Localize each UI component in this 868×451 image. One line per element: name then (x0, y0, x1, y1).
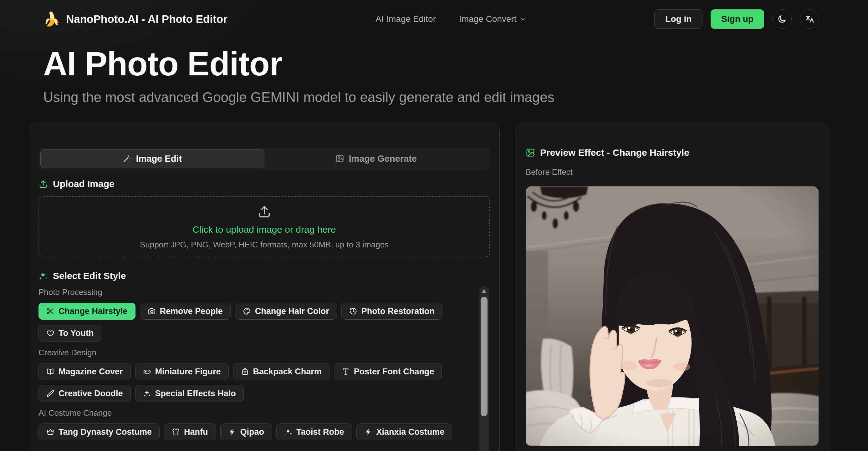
hero-section: AI Photo Editor Using the most advanced … (0, 38, 868, 105)
style-chip-label: Change Hair Color (255, 307, 329, 316)
nav-link-label: Image Convert (459, 14, 517, 24)
style-group-label-ai-costume-change: AI Costume Change (38, 408, 464, 418)
sparkles-icon (284, 428, 292, 436)
style-chip-label: Xianxia Costume (376, 427, 445, 437)
style-chip-label: Poster Font Change (354, 367, 434, 377)
style-chip-special-effects-halo[interactable]: Special Effects Halo (135, 385, 244, 402)
style-chip-label: Tang Dynasty Costume (59, 427, 152, 437)
style-chip-qipao[interactable]: Qipao (220, 423, 272, 440)
style-chip-label: Creative Doodle (59, 389, 123, 398)
image-icon (335, 154, 344, 163)
style-chip-label: Magazine Cover (59, 367, 123, 377)
zap-icon (364, 428, 372, 436)
scrollbar-up-arrow-icon[interactable] (482, 289, 487, 293)
gamepad-icon (143, 367, 151, 376)
main-content: Image Edit Image Generate Upload Image C… (29, 123, 868, 451)
tab-label: Image Generate (348, 154, 417, 164)
style-chip-remove-people[interactable]: Remove People (140, 303, 230, 320)
image-icon (526, 148, 535, 157)
tab-label: Image Edit (136, 154, 182, 164)
languages-icon (805, 14, 814, 24)
style-chip-change-hairstyle[interactable]: Change Hairstyle (38, 303, 135, 320)
palette-icon (243, 307, 251, 315)
theme-toggle-button[interactable] (772, 9, 792, 29)
style-chip-label: Qipao (240, 427, 265, 437)
page-subtitle: Using the most advanced Google GEMINI mo… (43, 90, 868, 105)
style-chip-xianxia-costume[interactable]: Xianxia Costume (356, 423, 453, 440)
style-group-label-creative-design: Creative Design (38, 348, 464, 357)
page-title: AI Photo Editor (43, 46, 868, 81)
type-icon (342, 367, 350, 376)
nav-link-image-convert[interactable]: Image Convert (459, 14, 526, 24)
top-navigation-bar: 🍌 NanoPhoto.AI - AI Photo Editor AI Imag… (0, 0, 868, 38)
upload-heading: Upload Image (53, 179, 115, 189)
preview-header: Preview Effect - Change Hairstyle (526, 147, 818, 158)
style-chip-label: Miniature Figure (155, 367, 221, 377)
sparkles-icon (38, 271, 48, 281)
sparkles-icon (143, 389, 151, 397)
pencil-icon (46, 389, 55, 397)
style-chip-row: Magazine Cover Miniature Figure Backpack… (38, 363, 464, 402)
style-chip-miniature-figure[interactable]: Miniature Figure (135, 363, 229, 380)
style-chip-backpack-charm[interactable]: Backpack Charm (233, 363, 330, 380)
scrollbar-thumb[interactable] (480, 297, 488, 416)
tab-image-edit[interactable]: Image Edit (40, 149, 265, 168)
style-chip-poster-font-change[interactable]: Poster Font Change (334, 363, 442, 380)
shirt-icon (172, 428, 180, 436)
style-chip-creative-doodle[interactable]: Creative Doodle (38, 385, 131, 402)
style-chip-change-hair-color[interactable]: Change Hair Color (235, 303, 337, 320)
before-effect-label: Before Effect (526, 167, 818, 177)
style-chip-to-youth[interactable]: To Youth (38, 325, 101, 342)
brand-name: NanoPhoto.AI - AI Photo Editor (66, 13, 227, 25)
moon-icon (777, 14, 787, 24)
upload-hint: Support JPG, PNG, WebP, HEIC formats, ma… (140, 240, 389, 250)
style-chip-label: Remove People (160, 307, 223, 316)
style-groups: Photo Processing Change Hairstyle Remove… (38, 287, 490, 440)
style-group-label-photo-processing: Photo Processing (38, 287, 464, 297)
mode-tabs: Image Edit Image Generate (38, 147, 490, 170)
heart-icon (46, 329, 55, 337)
wand-sparkles-icon (123, 154, 131, 163)
editor-panel: Image Edit Image Generate Upload Image C… (29, 123, 500, 451)
style-chip-label: Special Effects Halo (155, 389, 236, 398)
styles-scrollbar[interactable] (479, 286, 489, 451)
scissors-icon (46, 307, 55, 315)
style-chip-label: To Youth (59, 328, 94, 338)
upload-icon (257, 204, 272, 219)
style-chip-taoist-robe[interactable]: Taoist Robe (276, 423, 352, 440)
style-chip-label: Change Hairstyle (59, 307, 128, 316)
history-icon (349, 307, 357, 315)
chevron-down-icon (520, 16, 526, 22)
style-chip-tang-dynasty-costume[interactable]: Tang Dynasty Costume (38, 423, 160, 440)
language-button[interactable] (800, 9, 819, 29)
style-chip-label: Taoist Robe (296, 427, 344, 437)
preview-panel: Preview Effect - Change Hairstyle Before… (515, 123, 829, 451)
style-chip-hanfu[interactable]: Hanfu (164, 423, 216, 440)
upload-dropzone[interactable]: Click to upload image or drag here Suppo… (38, 196, 490, 257)
style-chip-magazine-cover[interactable]: Magazine Cover (38, 363, 131, 380)
style-chip-photo-restoration[interactable]: Photo Restoration (341, 303, 442, 320)
sign-up-button[interactable]: Sign up (711, 9, 764, 29)
style-chip-row: Tang Dynasty Costume Hanfu Qipao Taoist … (38, 423, 464, 440)
before-effect-photo (526, 186, 818, 446)
crown-icon (46, 428, 55, 436)
preview-heading: Preview Effect - Change Hairstyle (540, 147, 689, 158)
brand[interactable]: 🍌 NanoPhoto.AI - AI Photo Editor (43, 12, 227, 26)
select-style-header: Select Edit Style (38, 270, 490, 281)
banana-logo-icon: 🍌 (43, 12, 60, 26)
book-open-icon (46, 367, 55, 376)
upload-cta: Click to upload image or drag here (192, 224, 336, 235)
tab-image-generate[interactable]: Image Generate (265, 149, 489, 168)
backpack-icon (241, 367, 249, 376)
auth-actions: Log in Sign up (654, 9, 819, 29)
nav-link-ai-image-editor[interactable]: AI Image Editor (375, 14, 436, 24)
style-chip-label: Hanfu (184, 427, 208, 437)
zap-icon (228, 428, 236, 436)
style-chip-label: Backpack Charm (253, 367, 322, 377)
nav-link-label: AI Image Editor (375, 14, 436, 24)
select-style-heading: Select Edit Style (53, 270, 126, 281)
log-in-button[interactable]: Log in (654, 9, 703, 29)
camera-icon (148, 307, 156, 315)
upload-icon (38, 179, 48, 189)
upload-section-header: Upload Image (38, 179, 490, 189)
